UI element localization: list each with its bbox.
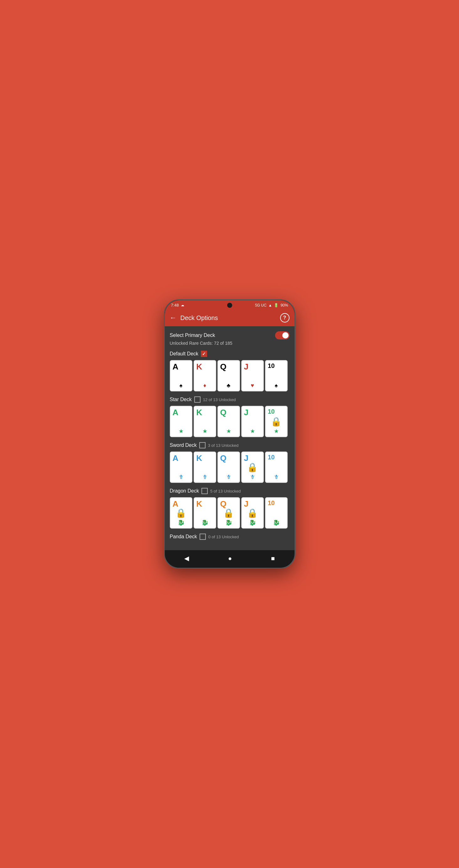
unlocked-rare-cards-label: Unlocked Rare Cards: 72 of 185: [170, 341, 289, 346]
deck-unlock-count: 0 of 13 Unlocked: [208, 534, 239, 539]
help-button[interactable]: ?: [280, 313, 289, 322]
playing-card: K ♦: [194, 360, 216, 392]
cards-row: A 🔒 🐉 K 🐉 Q 🔒 🐉 J �: [170, 497, 289, 529]
cards-row: A ♠ K ♦ Q ♣ J: [170, 360, 289, 392]
playing-card: K ★: [194, 406, 216, 437]
deck-header: Panda Deck0 of 13 Unlocked: [170, 534, 289, 540]
deck-name: Star Deck: [170, 397, 192, 402]
nav-square-button[interactable]: ■: [265, 554, 281, 563]
deck-checkbox[interactable]: [199, 442, 205, 448]
nav-back-button[interactable]: ◀: [178, 553, 195, 563]
battery-icon: 🔋: [274, 303, 279, 308]
playing-card: Q ★: [218, 406, 240, 437]
deck-section-sword-deck: Sword Deck3 of 13 Unlocked A 🗡 K 🗡 Q 🗡: [170, 442, 289, 483]
cloud-icon: ☁: [181, 303, 184, 307]
nav-home-button[interactable]: ●: [222, 554, 238, 563]
decks-container: Default Deck A ♠ K ♦ Q ♣: [170, 351, 289, 540]
primary-deck-toggle[interactable]: [275, 331, 289, 339]
cards-row: A 🗡 K 🗡 Q 🗡 J 🔒: [170, 452, 289, 483]
playing-card: 10 🗡: [265, 452, 288, 483]
playing-card: J 🔒 🗡: [241, 452, 264, 483]
phone-frame: 7:48 ☁ 5G UC ▲ 🔋 90% ← Deck Options ? Se…: [164, 299, 295, 569]
playing-card: Q 🗡: [218, 452, 240, 483]
playing-card: J ★: [241, 406, 264, 437]
app-bar: ← Deck Options ?: [165, 309, 294, 326]
playing-card: A 🗡: [170, 452, 192, 483]
playing-card: A 🔒 🐉: [170, 497, 192, 529]
deck-section-star-deck: Star Deck12 of 13 Unlocked A ★ K ★ Q ★: [170, 396, 289, 437]
deck-header: Sword Deck3 of 13 Unlocked: [170, 442, 289, 448]
deck-header: Star Deck12 of 13 Unlocked: [170, 396, 289, 403]
deck-checkbox[interactable]: [201, 351, 207, 357]
bottom-nav: ◀ ● ■: [165, 550, 294, 568]
battery-level: 90%: [280, 303, 288, 308]
deck-name: Panda Deck: [170, 534, 197, 539]
playing-card: 10 ♠: [265, 360, 288, 392]
playing-card: J 🔒 🐉: [241, 497, 264, 529]
deck-checkbox[interactable]: [200, 534, 206, 540]
playing-card: Q ♣: [218, 360, 240, 392]
camera-notch: [227, 303, 232, 308]
primary-deck-row: Select Primary Deck: [170, 331, 289, 339]
deck-name: Sword Deck: [170, 442, 197, 448]
playing-card: 10 🔒 ★: [265, 406, 288, 437]
back-button[interactable]: ←: [170, 314, 177, 321]
cards-row: A ★ K ★ Q ★ J: [170, 406, 289, 437]
deck-unlock-count: 5 of 13 Unlocked: [210, 489, 241, 494]
signal-icon: ▲: [268, 303, 272, 308]
page-title: Deck Options: [180, 314, 218, 321]
deck-header: Dragon Deck5 of 13 Unlocked: [170, 488, 289, 494]
deck-unlock-count: 3 of 13 Unlocked: [208, 443, 239, 448]
network-status: 5G UC: [255, 303, 267, 308]
deck-checkbox[interactable]: [201, 488, 208, 494]
playing-card: A ★: [170, 406, 192, 437]
playing-card: A ♠: [170, 360, 192, 392]
playing-card: K 🐉: [194, 497, 216, 529]
main-content: Select Primary Deck Unlocked Rare Cards:…: [165, 326, 294, 550]
deck-section-default-deck: Default Deck A ♠ K ♦ Q ♣: [170, 351, 289, 392]
status-time: 7:48: [171, 303, 179, 308]
playing-card: 10 🐉: [265, 497, 288, 529]
deck-unlock-count: 12 of 13 Unlocked: [203, 397, 236, 402]
playing-card: J ♥: [241, 360, 264, 392]
deck-section-panda-deck: Panda Deck0 of 13 Unlocked: [170, 534, 289, 540]
deck-section-dragon-deck: Dragon Deck5 of 13 Unlocked A 🔒 🐉 K 🐉 Q …: [170, 488, 289, 529]
primary-deck-label: Select Primary Deck: [170, 333, 215, 338]
deck-header: Default Deck: [170, 351, 289, 357]
deck-name: Dragon Deck: [170, 488, 199, 494]
deck-name: Default Deck: [170, 351, 199, 356]
playing-card: K 🗡: [194, 452, 216, 483]
playing-card: Q 🔒 🐉: [218, 497, 240, 529]
deck-checkbox[interactable]: [194, 396, 201, 403]
